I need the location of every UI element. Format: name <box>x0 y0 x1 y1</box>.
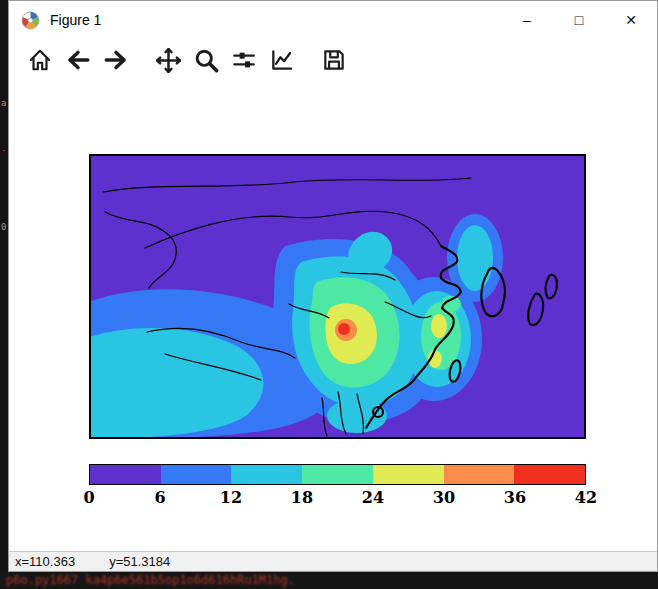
colorbar-tick-label: 0 <box>83 488 94 507</box>
colorbar-segment <box>444 465 515 484</box>
colorbar-segment <box>514 465 585 484</box>
cursor-y-readout: y=51.3184 <box>109 554 170 569</box>
colorbar-ticks: 06121824303642 <box>89 488 586 510</box>
figure-canvas[interactable]: 06121824303642 <box>9 81 657 551</box>
colorbar-tick-label: 12 <box>220 488 242 507</box>
colorbar-tick-label: 24 <box>362 488 384 507</box>
zoom-button[interactable] <box>191 45 221 75</box>
titlebar: Figure 1 – □ ✕ <box>9 1 657 39</box>
subplots-icon <box>231 47 257 73</box>
forward-button[interactable] <box>101 45 131 75</box>
back-arrow-icon <box>65 47 91 73</box>
colorbar-segment <box>161 465 232 484</box>
terminal-text: p6o.py1667 ka4p6e561b5op1o6d616hRu1M1hg. <box>0 572 658 589</box>
maximize-button[interactable]: □ <box>553 1 605 39</box>
forward-arrow-icon <box>103 47 129 73</box>
colorbar-tick-label: 18 <box>291 488 313 507</box>
map-axes[interactable] <box>89 154 586 439</box>
colorbar <box>89 464 586 485</box>
home-icon <box>27 47 53 73</box>
background-glyph: a <box>1 98 6 108</box>
colorbar-tick-label: 30 <box>433 488 455 507</box>
figure-toolbar <box>9 39 657 81</box>
colorbar-tick-label: 36 <box>504 488 526 507</box>
colorbar-tick-label: 6 <box>154 488 165 507</box>
colorbar-tick-label: 42 <box>575 488 597 507</box>
close-button[interactable]: ✕ <box>605 1 657 39</box>
background-editor-strip: a·0 <box>0 0 8 572</box>
save-button[interactable] <box>319 45 349 75</box>
back-button[interactable] <box>63 45 93 75</box>
window-controls: – □ ✕ <box>501 1 657 39</box>
home-button[interactable] <box>25 45 55 75</box>
figure-window: Figure 1 – □ ✕ <box>8 0 658 572</box>
save-icon <box>321 47 347 73</box>
colorbar-segment <box>302 465 373 484</box>
pan-button[interactable] <box>153 45 183 75</box>
background-glyph: 0 <box>1 222 6 232</box>
statusbar: x=110.363 y=51.3184 <box>9 551 657 571</box>
colorbar-segment <box>373 465 444 484</box>
zoom-icon <box>193 47 220 74</box>
contour-map <box>89 154 586 439</box>
window-title: Figure 1 <box>50 12 101 28</box>
background-terminal: p6o.py1667 ka4p6e561b5op1o6d616hRu1M1hg. <box>0 572 658 589</box>
colorbar-segment <box>231 465 302 484</box>
minimize-button[interactable]: – <box>501 1 553 39</box>
pan-icon <box>155 47 182 74</box>
cursor-x-readout: x=110.363 <box>15 554 75 569</box>
matplotlib-icon <box>21 11 40 30</box>
background-glyph: · <box>1 146 6 156</box>
colorbar-segment <box>90 465 161 484</box>
customize-button[interactable] <box>267 45 297 75</box>
customize-plot-icon <box>269 47 295 73</box>
subplots-button[interactable] <box>229 45 259 75</box>
